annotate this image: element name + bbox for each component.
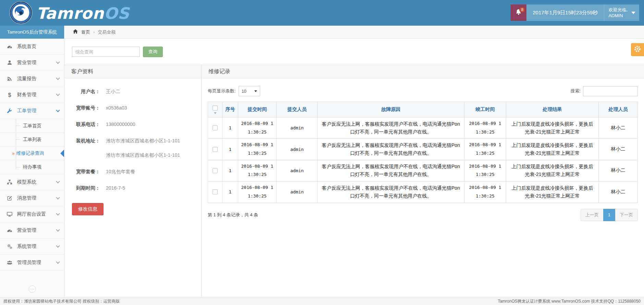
column-header-result[interactable]: 处理结果	[506, 102, 599, 117]
sidebar-item-label: 系统管理	[17, 243, 36, 250]
sort-desc-icon[interactable]	[214, 112, 217, 114]
top-header: TamronOS 8 2017年1月9日15时23分59秒 欢迎光临, ADMI…	[0, 0, 644, 26]
breadcrumb-separator: ›	[93, 29, 95, 35]
global-search-bar: 查询	[64, 39, 644, 65]
datetime-display: 2017年1月9日15时23分59秒	[526, 4, 604, 21]
notification-badge: 8	[519, 7, 525, 13]
sidebar-item-admin-management[interactable]: 管理员管理	[0, 255, 64, 271]
query-button[interactable]: 查询	[143, 47, 163, 57]
column-header-submit-time[interactable]: 提交时间	[238, 102, 277, 117]
username-value: 王小二	[106, 87, 120, 96]
sitemap-icon	[6, 179, 13, 185]
cell-fault: 客户反应无法上网，客服核实发现用户不在线，电话沟通光猫Pon口灯不亮，同一单元有…	[318, 117, 464, 139]
customer-panel: 客户资料 用户名： 王小二 宽带账号： x0536a03 联系电话： 13800…	[64, 65, 202, 297]
install-address-value-2: 潍坊市潍城区西城名都小区1-1-101	[106, 151, 180, 159]
logo-globe-icon	[9, 1, 33, 26]
table-search-label: 搜索:	[570, 88, 581, 94]
sidebar-item-model-system[interactable]: 模型系统	[0, 174, 64, 190]
username-text: ADMIN	[608, 13, 628, 18]
table-row: 1 2016-08-09 11:30:25 admin 客户反应无法上网，客服核…	[208, 139, 638, 160]
page-size-label: 每页显示条数:	[208, 88, 236, 94]
row-checkbox[interactable]	[212, 168, 218, 173]
work-orders-submenu: 工单首页 工单列表 » 维修记录查询 待办事项	[0, 119, 64, 174]
sidebar-item-messages[interactable]: 消息管理	[0, 190, 64, 206]
expire-date-label: 到期时间：	[64, 184, 100, 192]
dollar-icon: $	[6, 92, 13, 98]
cell-seq: 1	[222, 181, 238, 203]
column-header-finish-time[interactable]: 竣工时间	[464, 102, 506, 117]
cell-seq: 1	[222, 160, 238, 181]
sidebar-item-label: 消息管理	[17, 195, 36, 201]
sidebar-item-work-orders[interactable]: 工单管理	[0, 103, 64, 119]
repair-records-title: 维修记录	[202, 65, 644, 78]
wrench-icon	[6, 108, 13, 114]
sidebar-item-label: 工单管理	[17, 108, 36, 114]
caret-down-icon	[631, 12, 635, 14]
cell-seq: 1	[222, 139, 238, 160]
sidebar-resize-handle[interactable]: ⋯	[28, 285, 36, 293]
select-all-checkbox[interactable]	[212, 105, 218, 111]
column-header-fault[interactable]: 故障原因	[318, 102, 464, 117]
sidebar-item-portal-settings[interactable]: 网厅前台设置	[0, 206, 64, 223]
app-logo[interactable]: TamronOS	[9, 1, 130, 26]
cell-handler: 林小二	[599, 117, 638, 139]
sidebar-subitem-workorder-list[interactable]: 工单列表	[0, 133, 64, 147]
table-row: 1 2016-08-09 11:30:25 admin 客户反应无法上网，客服核…	[208, 181, 638, 203]
table-row: 1 2016-08-09 11:30:25 admin 客户反应无法上网，客服核…	[208, 117, 638, 139]
broadband-account-value: x0536a03	[106, 104, 127, 112]
page-size-select[interactable]: 10	[239, 86, 260, 96]
sidebar-item-label: 网厅前台设置	[17, 211, 46, 217]
sidebar-subitem-repair-records[interactable]: » 维修记录查询	[0, 147, 64, 160]
sidebar-item-business-2[interactable]: 营业管理	[0, 223, 64, 239]
chevron-down-icon	[56, 76, 60, 80]
sidebar-item-finance[interactable]: $ 财务管理	[0, 87, 64, 103]
pagination: 上一页 1 下一页	[581, 209, 638, 221]
sidebar-title: TamronOS后台管理系统	[0, 26, 64, 39]
cell-finish-time: 2016-08-09 11:30:25	[464, 117, 506, 139]
notifications-button[interactable]: 8	[511, 4, 526, 21]
cell-fault: 客户反应无法上网，客服核实发现用户不在线，电话沟通光猫Pon口灯不亮，同一单元有…	[318, 160, 464, 181]
settings-button[interactable]	[631, 43, 644, 56]
table-search-input[interactable]	[583, 86, 638, 96]
page-size-value: 10	[242, 89, 246, 94]
customer-panel-title: 客户资料	[64, 65, 201, 78]
sidebar-item-business-1[interactable]: 营业管理	[0, 55, 64, 71]
sidebar-item-traffic-report[interactable]: 流量报告	[0, 71, 64, 87]
select-caret-icon	[254, 90, 257, 92]
cell-result: 上门后发现是皮线冷接头损坏，更换后光衰-21光猫正常上网正常	[506, 160, 599, 181]
page-number-button[interactable]: 1	[603, 209, 615, 221]
sidebar-subitem-todo[interactable]: 待办事项	[0, 160, 64, 174]
row-checkbox[interactable]	[212, 125, 218, 130]
breadcrumb-current: 交易金额	[98, 29, 116, 35]
cell-submit-time: 2016-08-09 11:30:25	[238, 181, 277, 203]
tree-twig	[16, 167, 20, 167]
table-header-row: 序号 提交时间 提交人员 故障原因 竣工时间 处理结果 处理人员	[208, 102, 638, 117]
user-icon	[6, 60, 13, 65]
chevron-down-icon	[56, 108, 60, 112]
sidebar-item-system-home[interactable]: 系统首页	[0, 39, 64, 55]
cell-submitter: admin	[277, 181, 318, 203]
sidebar-item-label: 营业管理	[17, 227, 36, 233]
tree-twig	[16, 139, 20, 140]
install-address-value-1: 潍坊市潍城区西城名都小区1-1-101	[106, 137, 180, 145]
breadcrumb-home-link[interactable]: 首页	[81, 29, 90, 35]
sidebar-item-system-settings[interactable]: 系统管理	[0, 239, 64, 255]
user-menu[interactable]: 欢迎光临, ADMIN	[604, 4, 639, 21]
message-edit-icon	[6, 195, 13, 201]
column-header-handler[interactable]: 处理人员	[599, 102, 638, 117]
column-header-submitter[interactable]: 提交人员	[277, 102, 318, 117]
sidebar-subitem-workorder-home[interactable]: 工单首页	[0, 119, 64, 133]
modify-info-button[interactable]: 修改信息	[72, 203, 104, 215]
row-checkbox[interactable]	[212, 147, 218, 152]
cell-submitter: admin	[277, 117, 318, 139]
install-address-label: 装机地址：	[64, 137, 100, 159]
search-input[interactable]	[72, 47, 140, 57]
next-page-button[interactable]: 下一页	[615, 209, 638, 221]
sidebar-item-label: 财务管理	[17, 92, 36, 98]
prev-page-button[interactable]: 上一页	[581, 209, 604, 221]
column-header-seq[interactable]: 序号	[222, 102, 238, 117]
logo-wordmark: TamronOS	[36, 4, 130, 23]
row-checkbox[interactable]	[212, 189, 218, 194]
main-content: 查询 客户资料 用户名： 王小二 宽带账号： x0536a03 联系电话： 13…	[64, 39, 644, 297]
cell-finish-time: 2016-08-09 11:30:25	[464, 139, 506, 160]
